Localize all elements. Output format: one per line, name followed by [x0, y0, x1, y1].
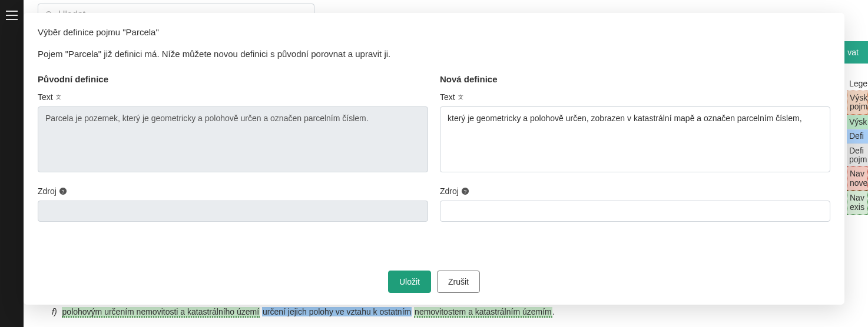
translate-icon: 文 — [458, 93, 466, 101]
new-source-label: Zdroj ? — [440, 186, 830, 196]
definition-compare-modal: Výběr definice pojmu "Parcela" Pojem "Pa… — [24, 13, 844, 305]
text-segment: nemovitostem a katastrálním územím — [414, 307, 552, 318]
save-button[interactable]: Uložit — [388, 271, 431, 293]
list-marker: f) — [52, 307, 57, 316]
menu-icon[interactable] — [6, 11, 18, 20]
modal-title: Výběr definice pojmu "Parcela" — [24, 27, 844, 49]
document-text-line: f)polohovým určením nemovitosti a katast… — [52, 307, 555, 316]
original-source-label: Zdroj ? — [38, 186, 428, 196]
text-segment: polohovým určením nemovitosti a katastrá… — [62, 307, 260, 318]
new-text-label: Text 文 — [440, 92, 830, 102]
help-icon: ? — [59, 187, 67, 195]
modal-description: Pojem "Parcela" již definici má. Níže mů… — [24, 49, 844, 74]
help-icon: ? — [461, 187, 469, 195]
translate-icon: 文 — [55, 93, 64, 101]
original-text-label: Text 文 — [38, 92, 428, 102]
new-heading: Nová definice — [440, 74, 830, 84]
svg-text:文: 文 — [56, 94, 61, 100]
cancel-button[interactable]: Zrušit — [437, 271, 480, 293]
new-text-textarea[interactable] — [440, 106, 830, 172]
new-source-input[interactable] — [440, 201, 830, 222]
svg-text:?: ? — [61, 189, 64, 195]
original-heading: Původní definice — [38, 74, 428, 84]
legend-header: Lege — [847, 76, 868, 91]
legend-row: Nav exis — [847, 191, 868, 215]
svg-text:?: ? — [463, 189, 466, 195]
original-source-input — [38, 201, 428, 222]
svg-text:文: 文 — [458, 94, 463, 100]
legend-row: Defi pojm — [847, 144, 868, 167]
legend-row: Výsk — [847, 115, 868, 129]
original-definition-column: Původní definice Text 文 Zdroj ? — [38, 74, 428, 247]
legend-row: Nav nove — [847, 166, 868, 191]
text-segment-selected: určení jejich polohy ve vztahu k ostatní… — [262, 307, 412, 316]
original-text-textarea — [38, 106, 428, 172]
modal-footer: Uložit Zrušit — [24, 247, 844, 293]
app-sidebar — [0, 0, 24, 327]
legend-row: Defi — [847, 129, 868, 143]
legend-panel: Lege Výsk pojm Výsk Defi Defi pojm Nav n… — [847, 76, 868, 215]
new-definition-column: Nová definice Text 文 Zdroj ? — [440, 74, 830, 247]
legend-row: Výsk pojm — [847, 91, 868, 115]
